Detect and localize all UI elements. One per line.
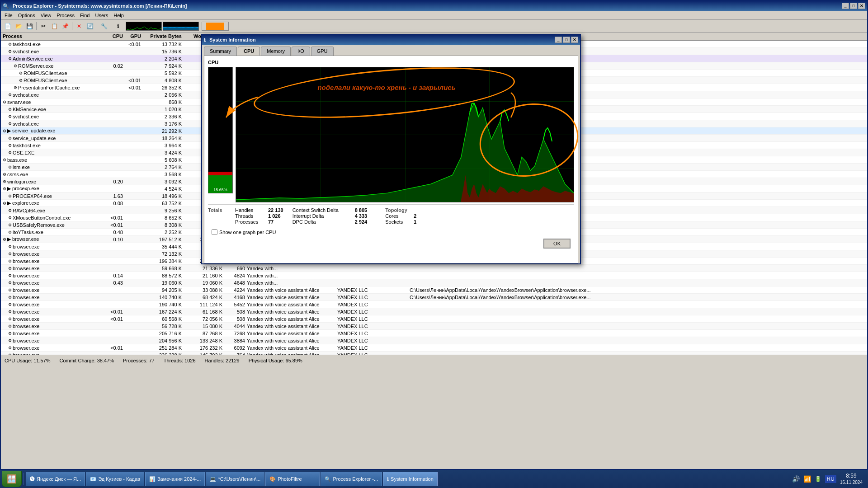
table-row[interactable]: ⚙ browser.exe 205 716 K 87 268 K 7268 Ya… <box>1 330 867 337</box>
one-graph-label: Show one graph per CPU <box>219 230 276 235</box>
table-row[interactable]: ⚙ browser.exe 94 205 K 33 088 K 4224 Yan… <box>1 286 867 294</box>
proc-name-cell: ⚙ ROMFUSClient.exe <box>19 78 102 83</box>
table-row[interactable]: ⚙ browser.exe 0.43 19 060 K 19 060 K 464… <box>1 279 867 286</box>
proc-name: winlogon.exe <box>7 179 36 184</box>
toolbar-paste[interactable]: 📌 <box>60 21 70 31</box>
proc-name: bass.exe <box>7 157 27 163</box>
sysinfo-dialog: ℹ System Information _ □ ✕ Summary CPU M… <box>201 34 581 264</box>
proc-pid: 4224 <box>224 287 247 293</box>
proc-pid: 7268 <box>224 331 247 336</box>
cores-label: Cores <box>385 213 410 219</box>
toolbar-properties[interactable]: 🔧 <box>99 21 109 31</box>
proc-description: Yandex with voice assistant Alice <box>247 338 337 343</box>
col-header-gpu[interactable]: GPU <box>125 33 143 39</box>
proc-pid: 4168 <box>224 295 247 300</box>
menu-help[interactable]: Help <box>111 12 127 19</box>
tray-icon-3[interactable]: 🔋 <box>815 476 821 482</box>
proc-priv-bytes: 8 308 K <box>143 222 184 228</box>
tray-icon-1[interactable]: 🔊 <box>792 475 800 483</box>
interrupt-delta-row: Interrupt Delta 4 333 <box>292 213 368 219</box>
proc-icon: ⚙ <box>3 172 6 177</box>
dialog-close-button[interactable]: ✕ <box>571 37 578 43</box>
proc-priv-bytes: 9 256 K <box>143 208 184 213</box>
taskbar-photofiltre[interactable]: 🎨 PhotoFiltre <box>265 472 320 486</box>
menu-find[interactable]: Find <box>77 12 92 19</box>
clock[interactable]: 8:59 16.11.2024 <box>840 473 863 486</box>
taskbar-email[interactable]: 📧 Эд Кузиев - Кадав <box>86 472 144 486</box>
proc-name: browser.exe <box>13 345 39 351</box>
proc-name-cell: ⚙ ▶ explorer.exe <box>3 200 102 206</box>
proc-name-cell: ⚙ browser.exe <box>8 273 102 278</box>
tab-cpu[interactable]: CPU <box>238 47 260 56</box>
ok-button[interactable]: OK <box>543 239 571 249</box>
language-indicator[interactable]: RU <box>825 475 836 483</box>
proc-cpu: 0.14 <box>102 273 125 278</box>
minimize-button[interactable]: _ <box>842 3 849 9</box>
taskbar-sysinfo[interactable]: ℹ System Information <box>383 472 438 486</box>
table-row[interactable]: ⚙ browser.exe <0.01 167 224 K 61 168 K 5… <box>1 308 867 315</box>
table-row[interactable]: ⚙ browser.exe <0.01 251 284 K 176 232 K … <box>1 344 867 352</box>
table-row[interactable]: ⚙ browser.exe 190 740 K 111 124 K 5452 Y… <box>1 301 867 308</box>
start-button[interactable]: 🪟 <box>2 471 22 487</box>
tab-io[interactable]: I/O <box>292 47 310 56</box>
title-bar: 🔍 Process Explorer - Sysinternals: www.s… <box>1 1 867 11</box>
one-graph-checkbox[interactable] <box>212 229 217 235</box>
tab-memory[interactable]: Memory <box>261 47 291 56</box>
table-row[interactable]: ⚙ browser.exe 140 740 K 68 424 K 4168 Ya… <box>1 294 867 301</box>
tray-icon-2[interactable]: 📶 <box>803 475 811 483</box>
proc-priv-bytes: 3 964 K <box>143 143 184 148</box>
tab-gpu[interactable]: GPU <box>311 47 334 56</box>
proc-icon: ⚙ <box>3 179 6 184</box>
proc-gpu: <0.01 <box>125 42 143 47</box>
menu-view[interactable]: View <box>38 12 54 19</box>
proc-name-cell: ⚙ browser.exe <box>8 251 102 257</box>
taskbar-excel[interactable]: 📊 Замечания 2024-... <box>145 472 205 486</box>
cpu-charts-area: 15.65% <box>208 67 574 202</box>
table-row[interactable]: ⚙ browser.exe 0.14 88 572 K 21 160 K 482… <box>1 272 867 279</box>
maximize-button[interactable]: □ <box>850 3 857 9</box>
proc-name: browser.exe <box>13 324 39 329</box>
toolbar-save[interactable]: 💾 <box>24 21 34 31</box>
proc-priv-bytes: 2 252 K <box>143 230 184 235</box>
dialog-minimize-button[interactable]: _ <box>555 37 562 43</box>
menu-file[interactable]: File <box>2 12 15 19</box>
taskbar-cmd[interactable]: 💻 *C:\Users\Ленин\... <box>206 472 264 486</box>
proc-cpu: <0.01 <box>102 309 125 314</box>
dialog-maximize-button[interactable]: □ <box>563 37 570 43</box>
tab-summary[interactable]: Summary <box>204 47 237 56</box>
proc-working-set: 176 232 K <box>184 345 224 351</box>
proc-pid: 4648 <box>224 280 247 286</box>
taskbar-process-explorer[interactable]: 🔍 Process Explorer -... <box>321 472 382 486</box>
col-header-private-bytes[interactable]: Private Bytes <box>143 33 184 39</box>
proc-priv-bytes: 2 056 K <box>143 92 184 98</box>
toolbar-restart[interactable]: 🔄 <box>85 21 95 31</box>
toolbar-sysinfo[interactable]: ℹ <box>113 21 123 31</box>
cpu-main-chart <box>236 67 574 202</box>
col-header-process[interactable]: Process <box>3 33 102 39</box>
menu-options[interactable]: Options <box>15 12 38 19</box>
table-row[interactable]: ⚙ browser.exe 59 668 K 21 336 K 660 Yand… <box>1 265 867 272</box>
table-row[interactable]: ⚙ browser.exe 204 956 K 133 248 K 3884 Y… <box>1 337 867 344</box>
taskbar-photo-label: PhotoFiltre <box>278 476 302 482</box>
menu-process[interactable]: Process <box>54 12 77 19</box>
proc-priv-bytes: 3 176 K <box>143 121 184 127</box>
proc-name-cell: ⚙ browser.exe <box>8 258 102 264</box>
close-button[interactable]: ✕ <box>858 3 865 9</box>
proc-icon: ⚙ <box>3 237 6 242</box>
proc-company: YANDEX LLC <box>337 338 410 343</box>
table-row[interactable]: ⚙ browser.exe 56 728 K 15 080 K 4044 Yan… <box>1 323 867 330</box>
table-row[interactable]: ⚙ browser.exe <0.01 60 568 K 72 056 K 50… <box>1 315 867 323</box>
toolbar-cut[interactable]: ✂ <box>38 21 48 31</box>
toolbar-open[interactable]: 📂 <box>14 21 24 31</box>
proc-name: taskhost.exe <box>13 143 41 148</box>
proc-company: YANDEX LLC <box>337 302 410 307</box>
taskbar-yandex-disk[interactable]: 🅨 Яндекс Диск — Я... <box>26 472 85 486</box>
proc-description: Yandex with voice assistant Alice <box>247 331 337 336</box>
toolbar-copy[interactable]: 📋 <box>49 21 59 31</box>
table-row[interactable]: ⚙ browser.exe 236 228 K 146 792 K 764 Ya… <box>1 352 867 355</box>
proc-name-cell: ⚙ svchost.exe <box>8 121 102 127</box>
col-header-cpu[interactable]: CPU <box>102 33 125 39</box>
toolbar-kill[interactable]: ✕ <box>74 21 84 31</box>
menu-users[interactable]: Users <box>92 12 111 19</box>
toolbar-new[interactable]: 📄 <box>3 21 13 31</box>
